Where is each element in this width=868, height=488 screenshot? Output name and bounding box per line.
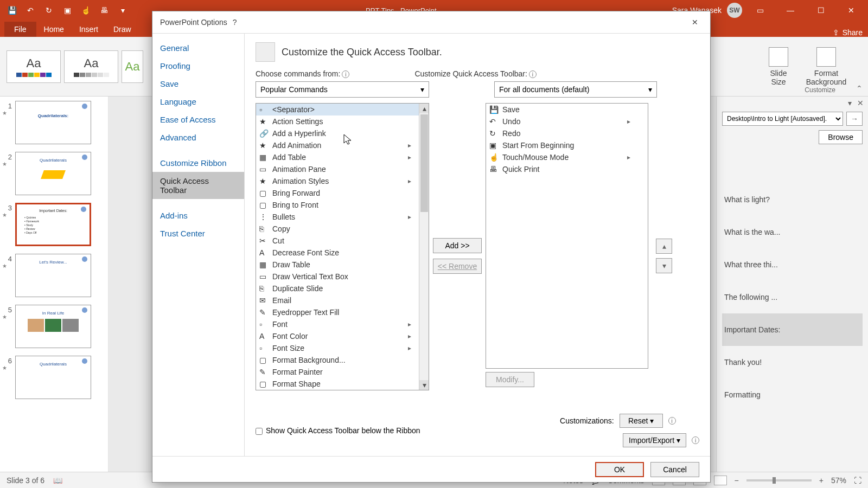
scrollbar[interactable]: ▴ ▾ bbox=[419, 104, 429, 390]
list-item[interactable]: ↻Redo bbox=[486, 127, 648, 139]
list-item[interactable]: AFont Color▸ bbox=[256, 330, 429, 342]
list-item[interactable]: ▣Start From Beginning bbox=[486, 139, 648, 151]
list-item[interactable]: ▦Add Table▸ bbox=[256, 151, 429, 163]
list-item[interactable]: ▦Draw Table bbox=[256, 259, 429, 271]
thumb-4[interactable]: 4★ Let's Review... bbox=[2, 254, 106, 297]
sidebar-item-quick-access-toolbar[interactable]: Quick Access Toolbar bbox=[152, 172, 244, 199]
zoom-level[interactable]: 57% bbox=[831, 476, 846, 485]
sidebar-item-add-ins[interactable]: Add-ins bbox=[152, 207, 244, 224]
list-item[interactable]: Thank you! bbox=[722, 346, 863, 378]
sidebar-item-ease-of-access[interactable]: Ease of Access bbox=[152, 111, 244, 129]
undo-icon[interactable]: ↶ bbox=[23, 3, 38, 18]
info-icon[interactable]: i bbox=[668, 417, 676, 425]
sidebar-item-proofing[interactable]: Proofing bbox=[152, 57, 244, 75]
maximize-icon[interactable]: ☐ bbox=[808, 2, 833, 18]
sidebar-item-general[interactable]: General bbox=[152, 39, 244, 57]
list-item[interactable]: ▭Animation Pane bbox=[256, 163, 429, 175]
list-item[interactable]: ▫<Separator> bbox=[256, 104, 429, 115]
save-icon[interactable]: 💾 bbox=[4, 3, 20, 18]
touch-icon[interactable]: ☝ bbox=[78, 3, 93, 18]
list-item[interactable]: ⋮Bullets▸ bbox=[256, 211, 429, 223]
show-below-checkbox[interactable]: Show Quick Access Toolbar below the Ribb… bbox=[256, 426, 429, 435]
move-up-button[interactable]: ▴ bbox=[656, 239, 672, 254]
list-item[interactable]: ✂Cut bbox=[256, 235, 429, 247]
ribbon-display-icon[interactable]: ▭ bbox=[748, 2, 773, 18]
import-export-button[interactable]: Import/Export ▾ bbox=[623, 433, 686, 447]
fit-icon[interactable]: ⛶ bbox=[854, 476, 861, 485]
path-select[interactable]: Desktop\Intro to Light [Autosaved]. bbox=[722, 112, 843, 126]
redo-icon[interactable]: ↻ bbox=[41, 3, 56, 18]
list-item[interactable]: ☝Touch/Mouse Mode▸ bbox=[486, 151, 648, 163]
share-button[interactable]: Share bbox=[843, 28, 863, 37]
info-icon[interactable]: i bbox=[529, 70, 537, 78]
format-background-button[interactable]: Format Background bbox=[807, 47, 845, 86]
list-item[interactable]: ▢Bring to Front bbox=[256, 199, 429, 211]
list-item[interactable]: ▫Font▸ bbox=[256, 318, 429, 330]
list-item[interactable]: Important Dates: bbox=[722, 313, 863, 346]
list-item[interactable]: ▢Format Background... bbox=[256, 354, 429, 366]
checkbox[interactable] bbox=[256, 428, 263, 435]
scroll-up-icon[interactable]: ▴ bbox=[419, 104, 429, 113]
list-item[interactable]: ★Animation Styles▸ bbox=[256, 175, 429, 187]
add-button[interactable]: Add >> bbox=[433, 238, 482, 253]
choose-commands-select[interactable]: Popular Commands▾ bbox=[256, 81, 429, 98]
zoom-slider[interactable] bbox=[746, 479, 812, 481]
qat-dropdown-icon[interactable]: ▾ bbox=[115, 3, 130, 18]
avatar[interactable]: SW bbox=[727, 3, 742, 18]
customize-qat-select[interactable]: For all documents (default)▾ bbox=[494, 81, 657, 98]
thumb-3[interactable]: 3★ Important Dates:• Quizzes• Homework• … bbox=[2, 203, 106, 246]
theme-tile[interactable]: Aa bbox=[7, 50, 61, 83]
cancel-button[interactable]: Cancel bbox=[650, 462, 699, 477]
list-item[interactable]: ✎Eyedropper Text Fill bbox=[256, 306, 429, 318]
zoom-in-icon[interactable]: + bbox=[819, 476, 824, 485]
panel-close-icon[interactable]: ✕ bbox=[857, 99, 864, 107]
slide-size-button[interactable]: Slide Size bbox=[760, 47, 797, 86]
tab-home[interactable]: Home bbox=[36, 22, 72, 37]
minimize-icon[interactable]: — bbox=[778, 2, 803, 18]
list-item[interactable]: What three thi... bbox=[722, 248, 863, 281]
print-icon[interactable]: 🖶 bbox=[97, 3, 112, 18]
theme-tile[interactable]: Aa bbox=[122, 50, 143, 83]
list-item[interactable]: ▫Font Size▸ bbox=[256, 342, 429, 354]
sidebar-item-trust-center[interactable]: Trust Center bbox=[152, 224, 244, 242]
collapse-ribbon-icon[interactable]: ⌃ bbox=[856, 84, 863, 93]
sidebar-item-customize-ribbon[interactable]: Customize Ribbon bbox=[152, 154, 244, 172]
list-item[interactable]: ▢Format Shape bbox=[256, 378, 429, 390]
start-icon[interactable]: ▣ bbox=[60, 3, 75, 18]
thumb-1[interactable]: 1★ Quadrilaterals: bbox=[2, 101, 106, 144]
list-item[interactable]: ADecrease Font Size bbox=[256, 247, 429, 259]
list-item[interactable]: ↶Undo▸ bbox=[486, 115, 648, 127]
reset-button[interactable]: Reset ▾ bbox=[620, 414, 663, 428]
list-item[interactable]: 🖶Quick Print bbox=[486, 163, 648, 175]
theme-tile[interactable]: Aa bbox=[64, 50, 118, 83]
list-item[interactable]: ⎘Duplicate Slide bbox=[256, 282, 429, 294]
list-item[interactable]: ★Add Animation▸ bbox=[256, 139, 429, 151]
thumb-6[interactable]: 6★ Quadrilaterals bbox=[2, 356, 106, 399]
sidebar-item-language[interactable]: Language bbox=[152, 93, 244, 111]
thumb-5[interactable]: 5★ In Real Life bbox=[2, 305, 106, 348]
sidebar-item-advanced[interactable]: Advanced bbox=[152, 129, 244, 146]
list-item[interactable]: ✉Email bbox=[256, 294, 429, 306]
go-arrow-icon[interactable]: → bbox=[846, 112, 863, 126]
sidebar-item-save[interactable]: Save bbox=[152, 75, 244, 93]
list-item[interactable]: ⎘Copy bbox=[256, 223, 429, 235]
list-item[interactable]: ▭Draw Vertical Text Box bbox=[256, 271, 429, 282]
close-icon[interactable]: ✕ bbox=[687, 15, 703, 30]
list-item[interactable]: ✎Format Painter bbox=[256, 366, 429, 378]
zoom-out-icon[interactable]: − bbox=[735, 476, 739, 485]
tab-insert[interactable]: Insert bbox=[72, 22, 106, 37]
close-window-icon[interactable]: ✕ bbox=[839, 2, 864, 18]
info-icon[interactable]: i bbox=[692, 436, 699, 444]
current-qat-list[interactable]: 💾Save↶Undo▸↻Redo▣Start From Beginning☝To… bbox=[486, 103, 648, 369]
list-item[interactable]: What is light? bbox=[722, 183, 863, 216]
spellcheck-icon[interactable]: 📖 bbox=[53, 476, 62, 485]
scroll-down-icon[interactable]: ▾ bbox=[419, 380, 429, 390]
list-item[interactable]: 🔗Add a Hyperlink bbox=[256, 127, 429, 139]
list-item[interactable]: The following ... bbox=[722, 281, 863, 313]
move-down-button[interactable]: ▾ bbox=[656, 258, 672, 273]
tab-file[interactable]: File bbox=[4, 22, 36, 37]
list-item[interactable]: ★Action Settings bbox=[256, 115, 429, 127]
panel-dropdown-icon[interactable]: ▾ bbox=[848, 99, 852, 107]
browse-button[interactable]: Browse bbox=[819, 130, 863, 144]
help-icon[interactable]: ? bbox=[227, 15, 242, 30]
